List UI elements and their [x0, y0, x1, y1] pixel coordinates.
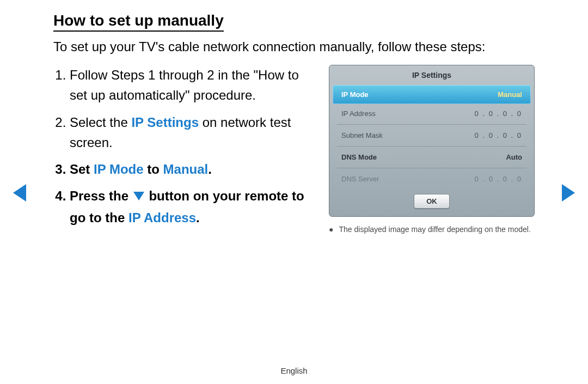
nav-prev-button[interactable]: [12, 183, 27, 205]
steps-list: Follow Steps 1 through 2 in the "How to …: [53, 65, 315, 234]
step-3-text-c: to: [144, 162, 163, 176]
step-3-text-a: Set: [70, 162, 94, 176]
step-3-text-e: .: [208, 162, 212, 176]
panel-title: IP Settings: [334, 69, 530, 85]
row-dns-mode[interactable]: DNS Mode Auto: [334, 148, 530, 167]
svg-marker-0: [133, 192, 144, 200]
bullet-icon: ●: [329, 224, 333, 235]
divider: [337, 124, 526, 125]
ip-mode-term: IP Mode: [94, 162, 144, 176]
ip-address-term: IP Address: [128, 210, 196, 225]
dns-mode-label: DNS Mode: [341, 153, 377, 161]
ip-settings-panel: IP Settings IP Mode Manual IP Address 0 …: [329, 65, 535, 217]
row-subnet-mask[interactable]: Subnet Mask 0 . 0 . 0 . 0: [334, 126, 530, 145]
page-title: How to set up manually: [53, 12, 224, 32]
divider: [337, 146, 526, 147]
step-2-text-a: Select the: [70, 115, 131, 130]
dns-server-label: DNS Server: [341, 175, 379, 183]
manual-term: Manual: [163, 162, 209, 176]
ip-settings-term: IP Settings: [131, 115, 199, 130]
divider: [337, 168, 526, 168]
step-4-text-d: .: [196, 210, 200, 225]
intro-text: To set up your TV's cable network connec…: [53, 38, 535, 55]
dns-mode-value: Auto: [506, 153, 522, 161]
ip-mode-label: IP Mode: [341, 90, 369, 99]
note-text: The displayed image may differ depending…: [339, 224, 530, 235]
down-arrow-icon: [133, 186, 144, 206]
nav-next-button[interactable]: [561, 183, 576, 205]
step-4: Press the button on your remote to go to…: [70, 186, 315, 228]
row-ip-address[interactable]: IP Address 0 . 0 . 0 . 0: [334, 104, 530, 123]
subnet-mask-value: 0 . 0 . 0 . 0: [475, 131, 522, 139]
step-1: Follow Steps 1 through 2 in the "How to …: [70, 65, 315, 105]
dns-server-value: 0 . 0 . 0 . 0: [475, 175, 522, 183]
row-dns-server[interactable]: DNS Server 0 . 0 . 0 . 0: [334, 169, 530, 188]
ip-address-label: IP Address: [341, 109, 376, 118]
chevron-left-icon: [12, 183, 27, 203]
step-2: Select the IP Settings on network test s…: [70, 112, 315, 153]
ip-address-value: 0 . 0 . 0 . 0: [475, 109, 522, 118]
step-3: Set IP Mode to Manual.: [70, 159, 315, 179]
ip-mode-value: Manual: [498, 90, 522, 99]
step-1-text: Follow Steps 1 through 2 in the "How to …: [70, 68, 299, 102]
chevron-right-icon: [561, 183, 576, 203]
step-4-text-a: Press the: [70, 188, 132, 203]
svg-marker-2: [562, 184, 575, 202]
ok-button[interactable]: OK: [414, 194, 450, 209]
row-ip-mode[interactable]: IP Mode Manual: [333, 85, 531, 104]
footer-language: English: [0, 366, 588, 375]
subnet-mask-label: Subnet Mask: [341, 131, 383, 139]
svg-marker-1: [13, 184, 26, 202]
panel-note: ● The displayed image may differ dependi…: [329, 224, 535, 235]
